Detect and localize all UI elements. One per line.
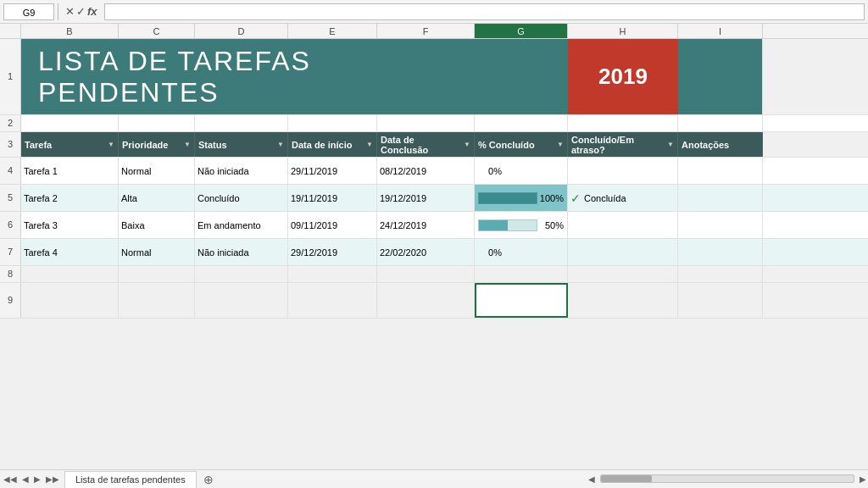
r4-anotacoes[interactable] <box>678 158 763 184</box>
col-header-f[interactable]: F <box>377 24 475 38</box>
r5-status[interactable]: Concluído <box>195 185 288 211</box>
r8-b[interactable] <box>21 266 119 282</box>
col-header-d[interactable]: D <box>195 24 288 38</box>
formula-bar-row: G9 ✕ ✓ fx <box>0 0 868 24</box>
r4-data-inicio[interactable]: 29/11/2019 <box>288 158 377 184</box>
r5-prioridade[interactable]: Alta <box>119 185 195 211</box>
cancel-icon[interactable]: ✕ <box>65 5 75 18</box>
row-2: 2 <box>0 115 868 132</box>
col-header-e[interactable]: E <box>288 24 377 38</box>
h-scrollbar-thumb[interactable] <box>601 475 652 482</box>
pct-dropdown-icon[interactable]: ▼ <box>557 141 564 148</box>
row-8: 8 <box>0 266 868 283</box>
prioridade-dropdown-icon[interactable]: ▼ <box>184 141 191 148</box>
r9-c[interactable] <box>119 283 195 318</box>
tab-scroll-left[interactable]: ◀ <box>20 473 31 485</box>
r8-c[interactable] <box>119 266 195 282</box>
scroll-right-arrow[interactable]: ▶ <box>858 473 868 485</box>
r6-concluido[interactable] <box>568 212 678 238</box>
th-pct-concluido[interactable]: % Concluído ▼ <box>475 132 568 157</box>
th-anotacoes[interactable]: Anotações <box>678 132 763 157</box>
th-prioridade[interactable]: Prioridade ▼ <box>119 132 195 157</box>
r6-data-inicio[interactable]: 09/11/2019 <box>288 212 377 238</box>
r4-status[interactable]: Não iniciada <box>195 158 288 184</box>
r6-prioridade[interactable]: Baixa <box>119 212 195 238</box>
r7-status[interactable]: Não iniciada <box>195 239 288 265</box>
banner-g-cell <box>475 39 568 114</box>
status-dropdown-icon[interactable]: ▼ <box>277 141 284 148</box>
r4-concluido[interactable] <box>568 158 678 184</box>
r5-pct[interactable]: 100% <box>475 185 568 211</box>
col-header-i[interactable]: I <box>678 24 763 38</box>
r5-pct-label: 100% <box>540 193 564 203</box>
function-icon[interactable]: fx <box>87 5 97 18</box>
formula-icons: ✕ ✓ fx <box>62 5 101 18</box>
r6-anotacoes[interactable] <box>678 212 763 238</box>
r8-e[interactable] <box>288 266 377 282</box>
col-header-h[interactable]: H <box>568 24 678 38</box>
th-status[interactable]: Status ▼ <box>195 132 288 157</box>
th-data-conclusao[interactable]: Data de Conclusão ▼ <box>377 132 475 157</box>
h-scrollbar-track[interactable] <box>600 474 854 483</box>
r4-prioridade[interactable]: Normal <box>119 158 195 184</box>
cell-reference[interactable]: G9 <box>3 3 54 20</box>
check-icon: ✓ <box>570 191 581 205</box>
th-data-inicio[interactable]: Data de início ▼ <box>288 132 377 157</box>
data-inicio-dropdown-icon[interactable]: ▼ <box>366 141 373 148</box>
row-num-1: 1 <box>0 39 21 114</box>
r7-pct[interactable]: 0% <box>475 239 568 265</box>
banner-year-cell: 2019 <box>568 39 678 114</box>
row-num-7: 7 <box>0 239 21 265</box>
data-conclusao-dropdown-icon[interactable]: ▼ <box>464 141 470 148</box>
r4-data-conclusao[interactable]: 08/12/2019 <box>377 158 475 184</box>
r5-anotacoes[interactable] <box>678 185 763 211</box>
sheet-tab-lista[interactable]: Lista de tarefas pendentes <box>64 471 197 488</box>
r5-progress-bar <box>478 192 537 204</box>
tab-scroll-right[interactable]: ▶ <box>32 473 42 485</box>
r6-pct[interactable]: 50% <box>475 212 568 238</box>
col-header-b[interactable]: B <box>21 24 119 38</box>
r2-i <box>678 115 763 131</box>
concluido-dropdown-icon[interactable]: ▼ <box>667 141 674 148</box>
col-header-g[interactable]: G <box>475 24 568 38</box>
r7-tarefa[interactable]: Tarefa 4 <box>21 239 119 265</box>
tab-scroll-left-left[interactable]: ◀◀ <box>2 473 19 485</box>
r9-f[interactable] <box>377 283 475 318</box>
r9-h[interactable] <box>568 283 678 318</box>
r5-concluido[interactable]: ✓ Concluída <box>568 185 678 211</box>
r6-progress-bar <box>478 219 537 231</box>
r6-tarefa[interactable]: Tarefa 3 <box>21 212 119 238</box>
r6-data-conclusao[interactable]: 24/12/2019 <box>377 212 475 238</box>
confirm-icon[interactable]: ✓ <box>76 5 86 18</box>
r4-pct[interactable]: 0% <box>475 158 568 184</box>
col-header-c[interactable]: C <box>119 24 195 38</box>
tarefa-dropdown-icon[interactable]: ▼ <box>108 141 114 148</box>
th-concluido[interactable]: Concluído/Em atraso? ▼ <box>568 132 678 157</box>
formula-input[interactable] <box>104 3 865 20</box>
r6-status[interactable]: Em andamento <box>195 212 288 238</box>
r8-d[interactable] <box>195 266 288 282</box>
r7-concluido[interactable] <box>568 239 678 265</box>
scroll-left-arrow[interactable]: ◀ <box>587 473 597 485</box>
r5-data-inicio[interactable]: 19/11/2019 <box>288 185 377 211</box>
r8-i[interactable] <box>678 266 763 282</box>
r7-data-inicio[interactable]: 29/12/2019 <box>288 239 377 265</box>
th-tarefa[interactable]: Tarefa ▼ <box>21 132 119 157</box>
table-row: 6 Tarefa 3 Baixa Em andamento 09/11/2019… <box>0 212 868 239</box>
r9-i[interactable] <box>678 283 763 318</box>
r9-e[interactable] <box>288 283 377 318</box>
r8-f[interactable] <box>377 266 475 282</box>
r7-anotacoes[interactable] <box>678 239 763 265</box>
tab-scroll-right-right[interactable]: ▶▶ <box>44 473 61 485</box>
r5-tarefa[interactable]: Tarefa 2 <box>21 185 119 211</box>
r8-g[interactable] <box>475 266 568 282</box>
r9-g-selected[interactable] <box>475 283 568 318</box>
r9-b[interactable] <box>21 283 119 318</box>
r7-data-conclusao[interactable]: 22/02/2020 <box>377 239 475 265</box>
r5-data-conclusao[interactable]: 19/12/2019 <box>377 185 475 211</box>
r4-tarefa[interactable]: Tarefa 1 <box>21 158 119 184</box>
add-sheet-button[interactable]: ⊕ <box>200 471 217 488</box>
r9-d[interactable] <box>195 283 288 318</box>
r8-h[interactable] <box>568 266 678 282</box>
r7-prioridade[interactable]: Normal <box>119 239 195 265</box>
